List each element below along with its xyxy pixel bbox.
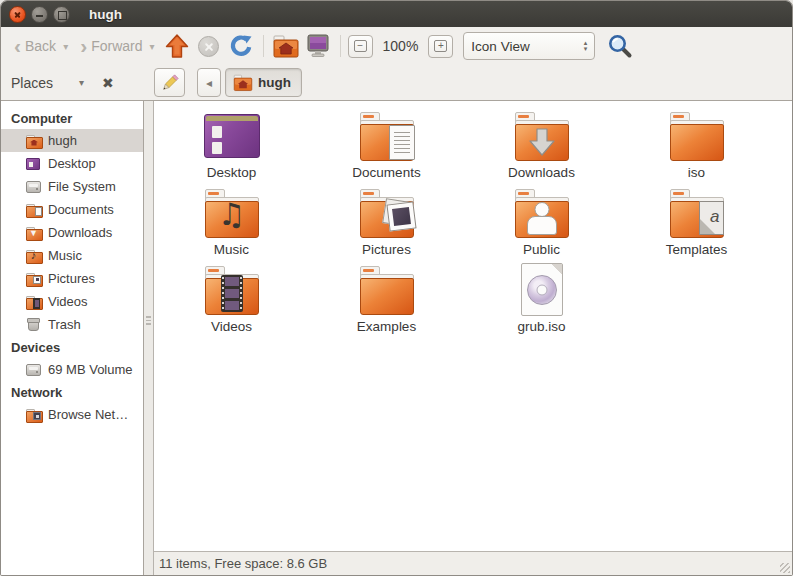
main-pane: Desktop Documents: [154, 101, 792, 575]
music-folder-icon: ♪: [25, 248, 42, 264]
stop-icon: [198, 36, 219, 57]
pictures-folder-icon: [355, 186, 419, 240]
back-button[interactable]: ‹ Back ▾: [9, 31, 73, 61]
left-arrow-icon: ◂: [206, 76, 212, 90]
zoom-out-button[interactable]: −: [348, 35, 373, 58]
file-item-downloads[interactable]: Downloads: [464, 107, 619, 184]
sidebar-item-hugh[interactable]: hugh: [1, 129, 143, 152]
view-mode-select[interactable]: Icon View ▴ ▾: [463, 32, 595, 60]
forward-button[interactable]: › Forward ▾: [75, 31, 159, 61]
window-close-button[interactable]: [9, 6, 26, 23]
back-label: Back: [25, 38, 56, 54]
zoom-in-icon: +: [434, 40, 447, 52]
forward-chevron-icon: ›: [80, 33, 87, 59]
places-sidebar: Computer hugh Desktop File System Docume…: [1, 101, 144, 575]
sidebar-item-downloads[interactable]: ▼ Downloads: [1, 221, 143, 244]
search-icon: [607, 33, 633, 59]
resize-grip[interactable]: [780, 563, 790, 573]
computer-button[interactable]: [303, 31, 333, 61]
location-bar: Places ▾ ✖ ◂: [1, 65, 792, 101]
file-item-music[interactable]: ♫ Music: [154, 184, 309, 261]
music-folder-icon: ♫: [200, 186, 264, 240]
edit-location-button[interactable]: [154, 68, 185, 97]
iso-file-icon: [521, 263, 563, 316]
pictures-folder-icon: [25, 271, 42, 287]
stop-button[interactable]: [194, 31, 224, 61]
documents-folder-icon: [25, 202, 42, 218]
toolbar-separator: [340, 35, 341, 57]
view-mode-value: Icon View: [471, 39, 583, 54]
desktop-icon: [204, 114, 260, 158]
back-history-arrow-icon[interactable]: ▾: [63, 41, 68, 52]
window-title: hugh: [89, 7, 122, 22]
file-manager-window: hugh ‹ Back ▾ › Forward ▾: [0, 0, 793, 576]
zoom-level: 100%: [383, 38, 419, 54]
sidebar-item-69mb-volume[interactable]: 69 MB Volume: [1, 358, 143, 381]
folder-icon: [665, 109, 729, 163]
zoom-out-icon: −: [354, 40, 367, 52]
sidebar-item-videos[interactable]: Videos: [1, 290, 143, 313]
file-item-examples[interactable]: Examples: [309, 261, 464, 338]
pane-splitter[interactable]: [144, 101, 154, 575]
sidebar-item-desktop[interactable]: Desktop: [1, 152, 143, 175]
sidebar-close-button[interactable]: ✖: [102, 75, 114, 91]
network-folder-icon: [25, 407, 42, 423]
places-dropdown-icon[interactable]: ▾: [79, 77, 84, 88]
window-minimize-button[interactable]: [31, 6, 48, 23]
documents-folder-icon: [355, 109, 419, 163]
file-item-desktop[interactable]: Desktop: [154, 107, 309, 184]
content-area: Computer hugh Desktop File System Docume…: [1, 101, 792, 575]
desktop-icon: [25, 156, 42, 172]
home-button[interactable]: [271, 31, 301, 61]
breadcrumb-current-button[interactable]: hugh: [225, 68, 302, 97]
videos-folder-icon: [200, 263, 264, 317]
forward-history-arrow-icon[interactable]: ▾: [150, 41, 155, 52]
combo-spinner-icon: ▴ ▾: [584, 40, 588, 52]
forward-label: Forward: [91, 38, 142, 54]
back-chevron-icon: ‹: [14, 33, 21, 59]
search-button[interactable]: [605, 31, 635, 61]
up-arrow-icon: [164, 33, 190, 59]
home-folder-icon: [25, 133, 42, 149]
splitter-grip-icon: [146, 316, 151, 325]
toolbar-separator: [263, 35, 264, 57]
sidebar-section-network: Network: [1, 381, 143, 403]
window-maximize-button[interactable]: [53, 6, 70, 23]
up-button[interactable]: [162, 31, 192, 61]
icon-view[interactable]: Desktop Documents: [154, 101, 792, 551]
zoom-in-button[interactable]: +: [428, 35, 453, 58]
templates-folder-icon: a: [665, 186, 729, 240]
places-selector[interactable]: Places ▾ ✖: [1, 75, 144, 91]
breadcrumb-bar: ◂ hugh: [144, 68, 792, 97]
pencil-icon: [160, 73, 180, 93]
trash-icon: [25, 317, 42, 333]
reload-icon: [229, 34, 253, 58]
sidebar-item-trash[interactable]: Trash: [1, 313, 143, 336]
sidebar-section-devices: Devices: [1, 336, 143, 358]
sidebar-item-file-system[interactable]: File System: [1, 175, 143, 198]
file-item-public[interactable]: Public: [464, 184, 619, 261]
sidebar-item-documents[interactable]: Documents: [1, 198, 143, 221]
videos-folder-icon: [25, 294, 42, 310]
file-item-templates[interactable]: a Templates: [619, 184, 774, 261]
file-item-documents[interactable]: Documents: [309, 107, 464, 184]
public-folder-icon: [510, 186, 574, 240]
file-item-videos[interactable]: Videos: [154, 261, 309, 338]
places-label: Places: [11, 75, 53, 91]
home-folder-icon: [232, 73, 254, 92]
breadcrumb-scroll-left-button[interactable]: ◂: [197, 68, 221, 97]
statusbar: 11 items, Free space: 8.6 GB: [154, 551, 792, 575]
sidebar-item-pictures[interactable]: Pictures: [1, 267, 143, 290]
sidebar-item-music[interactable]: ♪ Music: [1, 244, 143, 267]
titlebar[interactable]: hugh: [1, 1, 792, 27]
drive-icon: [25, 179, 42, 195]
file-item-pictures[interactable]: Pictures: [309, 184, 464, 261]
status-text: 11 items, Free space: 8.6 GB: [159, 556, 327, 571]
file-item-iso[interactable]: iso: [619, 107, 774, 184]
downloads-folder-icon: [510, 109, 574, 163]
file-item-grub-iso[interactable]: grub.iso: [464, 261, 619, 338]
sidebar-item-browse-network[interactable]: Browse Net…: [1, 403, 143, 426]
reload-button[interactable]: [226, 31, 256, 61]
sidebar-section-computer: Computer: [1, 107, 143, 129]
home-folder-icon: [272, 33, 300, 59]
